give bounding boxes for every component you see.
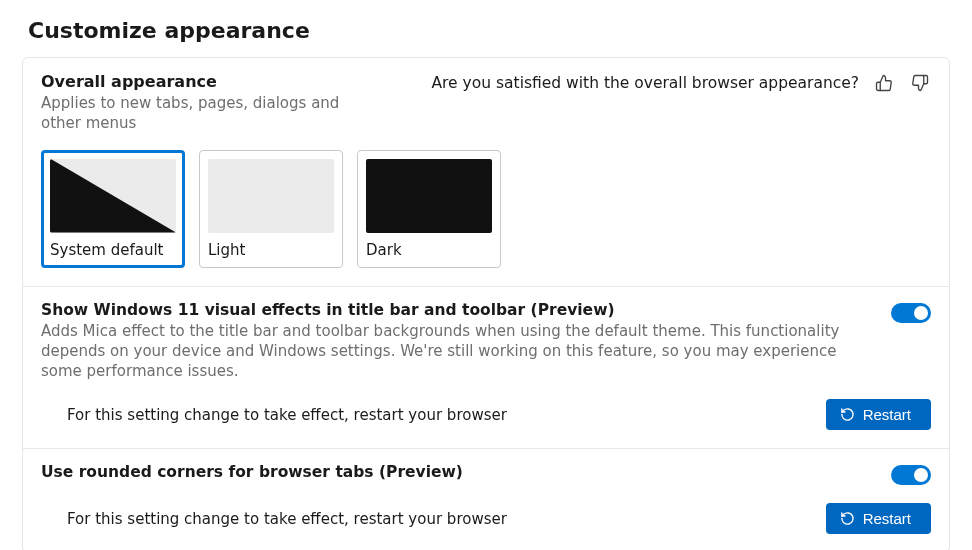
theme-preview-light xyxy=(208,159,334,233)
theme-label-dark: Dark xyxy=(366,241,492,259)
mica-title: Show Windows 11 visual effects in title … xyxy=(41,301,871,319)
mica-desc: Adds Mica effect to the title bar and to… xyxy=(41,321,871,382)
theme-option-system[interactable]: System default xyxy=(41,150,185,268)
mica-toggle[interactable] xyxy=(891,303,931,323)
mica-restart-button[interactable]: Restart xyxy=(826,399,931,430)
rounded-restart-label: Restart xyxy=(863,510,911,527)
thumbs-up-icon[interactable] xyxy=(873,72,895,94)
refresh-icon xyxy=(840,407,855,422)
theme-preview-system xyxy=(50,159,176,233)
rounded-restart-text: For this setting change to take effect, … xyxy=(67,510,806,528)
theme-option-light[interactable]: Light xyxy=(199,150,343,268)
thumbs-down-icon[interactable] xyxy=(909,72,931,94)
rounded-toggle[interactable] xyxy=(891,465,931,485)
rounded-restart-button[interactable]: Restart xyxy=(826,503,931,534)
mica-restart-text: For this setting change to take effect, … xyxy=(67,406,806,424)
mica-restart-label: Restart xyxy=(863,406,911,423)
overall-subtext: Applies to new tabs, pages, dialogs and … xyxy=(41,93,381,134)
feedback-bar: Are you satisfied with the overall brows… xyxy=(401,72,931,94)
overall-appearance-section: Overall appearance Applies to new tabs, … xyxy=(23,58,949,287)
appearance-card: Overall appearance Applies to new tabs, … xyxy=(22,57,950,550)
mica-section: Show Windows 11 visual effects in title … xyxy=(23,287,949,450)
theme-option-dark[interactable]: Dark xyxy=(357,150,501,268)
theme-preview-dark xyxy=(366,159,492,233)
rounded-title: Use rounded corners for browser tabs (Pr… xyxy=(41,463,871,481)
theme-label-light: Light xyxy=(208,241,334,259)
refresh-icon xyxy=(840,511,855,526)
rounded-section: Use rounded corners for browser tabs (Pr… xyxy=(23,449,949,550)
page-title: Customize appearance xyxy=(0,0,972,57)
overall-heading: Overall appearance xyxy=(41,72,381,91)
theme-label-system: System default xyxy=(50,241,176,259)
theme-options: System default Light Dark xyxy=(41,150,931,268)
feedback-prompt: Are you satisfied with the overall brows… xyxy=(431,74,859,92)
